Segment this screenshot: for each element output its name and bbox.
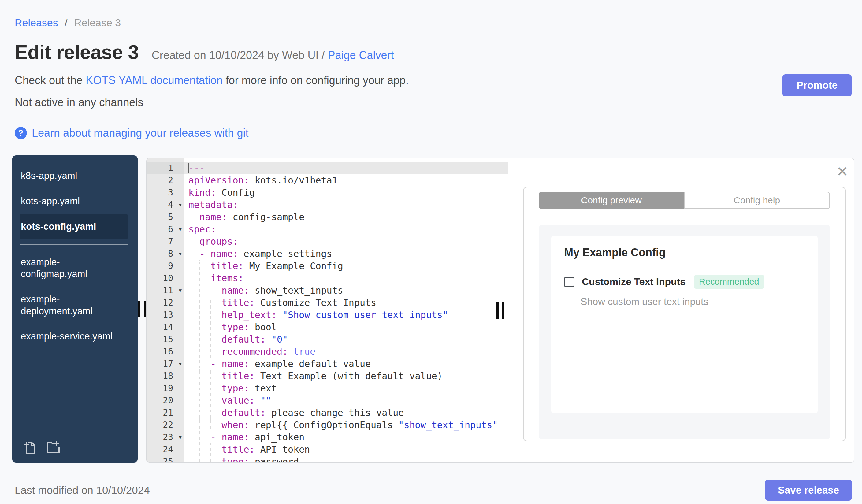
file-item[interactable]: example-configmap.yaml: [20, 250, 128, 287]
editor-card: 1234▾56▾78▾91011▾121314151617▾1819202122…: [146, 158, 854, 463]
gutter-line: 6▾: [147, 223, 184, 236]
file-item[interactable]: example-deployment.yaml: [20, 287, 128, 324]
last-modified: Last modified on 10/10/2024: [15, 484, 150, 496]
config-item-label[interactable]: Customize Text Inputs: [582, 276, 685, 288]
gutter-line: 15: [147, 333, 184, 346]
file-item[interactable]: kots-config.yaml: [20, 214, 128, 239]
config-subpanel: Config previewConfig help My Example Con…: [523, 187, 846, 441]
gutter-line: 3: [147, 187, 184, 199]
gutter-line: 23▾: [147, 431, 184, 443]
config-item-help: Show custom user text inputs: [580, 296, 805, 307]
gutter-line: 25: [147, 456, 184, 462]
gutter-line: 5: [147, 211, 184, 223]
code-line: metadata:: [184, 199, 508, 211]
gutter-line: 18: [147, 370, 184, 382]
config-group-card: My Example Config Customize Text Inputs …: [551, 236, 818, 413]
header: Releases / Release 3 Edit release 3 Crea…: [0, 0, 862, 140]
tab-config-help[interactable]: Config help: [684, 192, 830, 209]
title-row: Edit release 3 Created on 10/10/2024 by …: [15, 41, 847, 64]
gutter-line: 16: [147, 346, 184, 358]
chevron-down-icon[interactable]: ▾: [179, 223, 182, 236]
gutter-line: 2: [147, 174, 184, 187]
add-folder-icon[interactable]: [46, 440, 61, 455]
file-sidebar: k8s-app.yamlkots-app.yamlkots-config.yam…: [12, 155, 138, 463]
doc-text-after: for more info on configuring your app.: [226, 74, 409, 87]
file-item[interactable]: kots-app.yaml: [20, 189, 128, 214]
editor-code[interactable]: ---apiVersion: kots.io/v1beta1kind: Conf…: [184, 158, 508, 462]
gutter-line: 10: [147, 272, 184, 284]
gutter-line: 7: [147, 236, 184, 248]
editor-gutter: 1234▾56▾78▾91011▾121314151617▾1819202122…: [147, 158, 184, 462]
code-line: title: My Example Config: [184, 260, 508, 272]
doc-text-before: Check out the: [15, 74, 82, 87]
add-file-icon[interactable]: [23, 440, 37, 455]
file-actions-icons: [20, 440, 128, 455]
code-line: when: repl{{ ConfigOptionEquals "show_te…: [184, 419, 508, 431]
gutter-line: 12: [147, 297, 184, 309]
gutter-line: 21: [147, 407, 184, 419]
code-line: - name: example_default_value: [184, 358, 508, 370]
gutter-line: 20: [147, 395, 184, 407]
gutter-line: 24: [147, 443, 184, 456]
code-line: - name: show_text_inputs: [184, 284, 508, 297]
git-help-link[interactable]: Learn about managing your releases with …: [32, 127, 248, 140]
code-line: recommended: true: [184, 346, 508, 358]
footer: Last modified on 10/10/2024 Save release: [15, 480, 852, 501]
config-group-title: My Example Config: [564, 246, 805, 259]
workspace: k8s-app.yamlkots-app.yamlkots-config.yam…: [12, 155, 854, 463]
breadcrumb-releases-link[interactable]: Releases: [15, 17, 58, 28]
file-item[interactable]: example-service.yaml: [20, 324, 128, 349]
code-line: type: text: [184, 382, 508, 395]
code-line: value: "": [184, 395, 508, 407]
customize-text-inputs-checkbox[interactable]: [564, 277, 574, 287]
gutter-line: 9: [147, 260, 184, 272]
editor-resize-handle[interactable]: [496, 302, 504, 319]
breadcrumb-separator: /: [65, 17, 67, 28]
code-line: name: config-sample: [184, 211, 508, 223]
chevron-down-icon[interactable]: ▾: [179, 431, 182, 443]
sidebar-resize-handle[interactable]: [138, 301, 146, 317]
chevron-down-icon[interactable]: ▾: [179, 248, 182, 260]
gutter-line: 13: [147, 309, 184, 321]
code-line: - name: example_settings: [184, 248, 508, 260]
config-tabs: Config previewConfig help: [539, 192, 830, 209]
tab-config-preview[interactable]: Config preview: [539, 192, 684, 209]
gutter-line: 11▾: [147, 284, 184, 297]
chevron-down-icon[interactable]: ▾: [179, 358, 182, 370]
code-line: kind: Config: [184, 187, 508, 199]
gutter-line: 22: [147, 419, 184, 431]
gutter-line: 8▾: [147, 248, 184, 260]
close-icon[interactable]: ✕: [836, 164, 848, 178]
code-line: default: please change this value: [184, 407, 508, 419]
code-line: groups:: [184, 236, 508, 248]
config-preview-panel: ✕ Config previewConfig help My Example C…: [508, 158, 854, 462]
gutter-line: 14: [147, 321, 184, 333]
created-by-link[interactable]: Paige Calvert: [328, 49, 394, 62]
question-icon[interactable]: ?: [15, 127, 27, 139]
file-item[interactable]: k8s-app.yaml: [20, 163, 128, 189]
config-item-row: Customize Text Inputs Recommended: [564, 275, 805, 289]
git-help-row: ? Learn about managing your releases wit…: [15, 127, 847, 140]
gutter-line: 19: [147, 382, 184, 395]
save-release-button[interactable]: Save release: [765, 480, 852, 501]
kots-doc-link[interactable]: KOTS YAML documentation: [86, 74, 223, 87]
promote-button[interactable]: Promote: [782, 74, 852, 96]
breadcrumb-current: Release 3: [74, 17, 121, 28]
code-line: ---: [184, 162, 508, 174]
code-line: - name: api_token: [184, 431, 508, 443]
chevron-down-icon[interactable]: ▾: [179, 284, 182, 297]
code-line: type: bool: [184, 321, 508, 333]
gutter-line: 1: [147, 162, 184, 174]
file-list-bottom: example-configmap.yamlexample-deployment…: [12, 250, 138, 349]
file-actions-divider: [20, 433, 128, 433]
config-form-area: My Example Config Customize Text Inputs …: [539, 225, 830, 439]
code-line: items:: [184, 272, 508, 284]
file-actions: [12, 433, 138, 463]
code-line: type: password: [184, 456, 508, 462]
file-list-divider: [20, 244, 128, 245]
code-line: title: API token: [184, 443, 508, 456]
channel-status: Not active in any channels: [15, 96, 847, 109]
yaml-editor[interactable]: 1234▾56▾78▾91011▾121314151617▾1819202122…: [147, 158, 508, 462]
gutter-line: 17▾: [147, 358, 184, 370]
chevron-down-icon[interactable]: ▾: [179, 199, 182, 211]
